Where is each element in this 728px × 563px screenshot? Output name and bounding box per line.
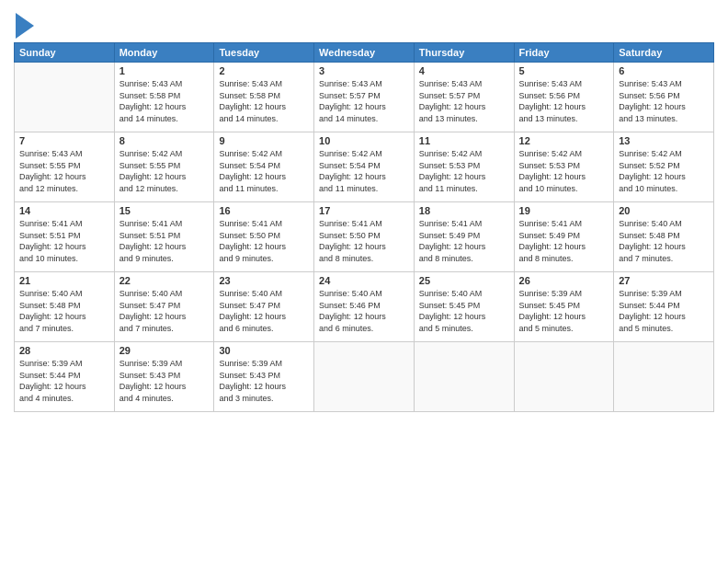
calendar-cell: 17Sunrise: 5:41 AM Sunset: 5:50 PM Dayli…: [314, 202, 415, 272]
calendar-cell: 29Sunrise: 5:39 AM Sunset: 5:43 PM Dayli…: [114, 342, 214, 412]
day-number: 19: [519, 205, 609, 216]
day-info: Sunrise: 5:40 AM Sunset: 5:48 PM Dayligh…: [19, 288, 109, 334]
calendar-cell: 12Sunrise: 5:42 AM Sunset: 5:53 PM Dayli…: [514, 132, 614, 202]
day-number: 28: [19, 345, 109, 356]
calendar-cell: 3Sunrise: 5:43 AM Sunset: 5:57 PM Daylig…: [314, 63, 415, 132]
day-number: 24: [319, 275, 409, 286]
day-number: 3: [319, 65, 409, 76]
calendar-cell: 16Sunrise: 5:41 AM Sunset: 5:50 PM Dayli…: [214, 202, 314, 272]
calendar-cell: [614, 342, 714, 412]
week-row-2: 7Sunrise: 5:43 AM Sunset: 5:55 PM Daylig…: [15, 132, 714, 202]
day-info: Sunrise: 5:39 AM Sunset: 5:44 PM Dayligh…: [19, 358, 109, 404]
calendar-cell: 7Sunrise: 5:43 AM Sunset: 5:55 PM Daylig…: [15, 132, 115, 202]
day-info: Sunrise: 5:43 AM Sunset: 5:55 PM Dayligh…: [19, 148, 109, 194]
calendar-cell: [314, 342, 415, 412]
day-number: 29: [119, 345, 210, 356]
calendar-table: SundayMondayTuesdayWednesdayThursdayFrid…: [14, 42, 714, 412]
day-number: 14: [19, 205, 109, 216]
day-number: 4: [419, 65, 509, 76]
day-info: Sunrise: 5:43 AM Sunset: 5:57 PM Dayligh…: [319, 78, 409, 124]
day-info: Sunrise: 5:43 AM Sunset: 5:57 PM Dayligh…: [419, 78, 509, 124]
day-info: Sunrise: 5:42 AM Sunset: 5:54 PM Dayligh…: [219, 148, 309, 194]
day-number: 30: [219, 345, 309, 356]
calendar-cell: 14Sunrise: 5:41 AM Sunset: 5:51 PM Dayli…: [15, 202, 115, 272]
logo: [14, 13, 34, 39]
calendar-cell: 22Sunrise: 5:40 AM Sunset: 5:47 PM Dayli…: [114, 272, 214, 342]
day-info: Sunrise: 5:41 AM Sunset: 5:51 PM Dayligh…: [19, 218, 109, 264]
day-number: 8: [119, 135, 210, 146]
day-info: Sunrise: 5:40 AM Sunset: 5:46 PM Dayligh…: [319, 288, 409, 334]
day-info: Sunrise: 5:43 AM Sunset: 5:56 PM Dayligh…: [619, 78, 709, 124]
day-info: Sunrise: 5:39 AM Sunset: 5:45 PM Dayligh…: [519, 288, 609, 334]
column-header-friday: Friday: [514, 43, 614, 63]
day-number: 21: [19, 275, 109, 286]
day-info: Sunrise: 5:41 AM Sunset: 5:49 PM Dayligh…: [419, 218, 509, 264]
calendar-cell: 26Sunrise: 5:39 AM Sunset: 5:45 PM Dayli…: [514, 272, 614, 342]
day-number: 23: [219, 275, 309, 286]
day-number: 9: [219, 135, 309, 146]
calendar-cell: 2Sunrise: 5:43 AM Sunset: 5:58 PM Daylig…: [214, 63, 314, 132]
day-info: Sunrise: 5:43 AM Sunset: 5:58 PM Dayligh…: [119, 78, 210, 124]
calendar-cell: [15, 63, 115, 132]
day-info: Sunrise: 5:41 AM Sunset: 5:51 PM Dayligh…: [119, 218, 210, 264]
day-info: Sunrise: 5:40 AM Sunset: 5:47 PM Dayligh…: [219, 288, 309, 334]
day-number: 26: [519, 275, 609, 286]
calendar-cell: 6Sunrise: 5:43 AM Sunset: 5:56 PM Daylig…: [614, 63, 714, 132]
calendar-header-row: SundayMondayTuesdayWednesdayThursdayFrid…: [15, 43, 714, 63]
day-number: 25: [419, 275, 509, 286]
column-header-monday: Monday: [114, 43, 214, 63]
logo-icon: [16, 13, 34, 39]
week-row-5: 28Sunrise: 5:39 AM Sunset: 5:44 PM Dayli…: [15, 342, 714, 412]
week-row-4: 21Sunrise: 5:40 AM Sunset: 5:48 PM Dayli…: [15, 272, 714, 342]
calendar-cell: 19Sunrise: 5:41 AM Sunset: 5:49 PM Dayli…: [514, 202, 614, 272]
day-info: Sunrise: 5:43 AM Sunset: 5:56 PM Dayligh…: [519, 78, 609, 124]
day-number: 27: [619, 275, 709, 286]
day-number: 15: [119, 205, 210, 216]
calendar-cell: 27Sunrise: 5:39 AM Sunset: 5:44 PM Dayli…: [614, 272, 714, 342]
calendar-cell: 9Sunrise: 5:42 AM Sunset: 5:54 PM Daylig…: [214, 132, 314, 202]
day-number: 20: [619, 205, 709, 216]
day-number: 10: [319, 135, 409, 146]
day-number: 7: [19, 135, 109, 146]
calendar-cell: 8Sunrise: 5:42 AM Sunset: 5:55 PM Daylig…: [114, 132, 214, 202]
day-info: Sunrise: 5:43 AM Sunset: 5:58 PM Dayligh…: [219, 78, 309, 124]
day-info: Sunrise: 5:39 AM Sunset: 5:43 PM Dayligh…: [219, 358, 309, 404]
day-info: Sunrise: 5:41 AM Sunset: 5:50 PM Dayligh…: [319, 218, 409, 264]
calendar-cell: 11Sunrise: 5:42 AM Sunset: 5:53 PM Dayli…: [414, 132, 514, 202]
day-info: Sunrise: 5:39 AM Sunset: 5:44 PM Dayligh…: [619, 288, 709, 334]
calendar-cell: 23Sunrise: 5:40 AM Sunset: 5:47 PM Dayli…: [214, 272, 314, 342]
calendar-cell: 10Sunrise: 5:42 AM Sunset: 5:54 PM Dayli…: [314, 132, 415, 202]
week-row-3: 14Sunrise: 5:41 AM Sunset: 5:51 PM Dayli…: [15, 202, 714, 272]
column-header-tuesday: Tuesday: [214, 43, 314, 63]
day-info: Sunrise: 5:42 AM Sunset: 5:53 PM Dayligh…: [419, 148, 509, 194]
calendar-cell: 15Sunrise: 5:41 AM Sunset: 5:51 PM Dayli…: [114, 202, 214, 272]
calendar-cell: 25Sunrise: 5:40 AM Sunset: 5:45 PM Dayli…: [414, 272, 514, 342]
calendar-cell: 4Sunrise: 5:43 AM Sunset: 5:57 PM Daylig…: [414, 63, 514, 132]
day-info: Sunrise: 5:40 AM Sunset: 5:48 PM Dayligh…: [619, 218, 709, 264]
calendar-cell: 1Sunrise: 5:43 AM Sunset: 5:58 PM Daylig…: [114, 63, 214, 132]
column-header-thursday: Thursday: [414, 43, 514, 63]
day-number: 17: [319, 205, 409, 216]
day-number: 11: [419, 135, 509, 146]
calendar-cell: 20Sunrise: 5:40 AM Sunset: 5:48 PM Dayli…: [614, 202, 714, 272]
day-info: Sunrise: 5:42 AM Sunset: 5:53 PM Dayligh…: [519, 148, 609, 194]
day-info: Sunrise: 5:40 AM Sunset: 5:47 PM Dayligh…: [119, 288, 210, 334]
calendar-cell: [514, 342, 614, 412]
calendar-cell: 24Sunrise: 5:40 AM Sunset: 5:46 PM Dayli…: [314, 272, 415, 342]
calendar-cell: 28Sunrise: 5:39 AM Sunset: 5:44 PM Dayli…: [15, 342, 115, 412]
day-info: Sunrise: 5:42 AM Sunset: 5:55 PM Dayligh…: [119, 148, 210, 194]
column-header-saturday: Saturday: [614, 43, 714, 63]
day-info: Sunrise: 5:39 AM Sunset: 5:43 PM Dayligh…: [119, 358, 210, 404]
day-info: Sunrise: 5:41 AM Sunset: 5:49 PM Dayligh…: [519, 218, 609, 264]
day-number: 5: [519, 65, 609, 76]
calendar-cell: [414, 342, 514, 412]
calendar-cell: 30Sunrise: 5:39 AM Sunset: 5:43 PM Dayli…: [214, 342, 314, 412]
day-info: Sunrise: 5:42 AM Sunset: 5:54 PM Dayligh…: [319, 148, 409, 194]
day-number: 16: [219, 205, 309, 216]
day-info: Sunrise: 5:41 AM Sunset: 5:50 PM Dayligh…: [219, 218, 309, 264]
svg-marker-0: [16, 13, 34, 39]
day-number: 22: [119, 275, 210, 286]
week-row-1: 1Sunrise: 5:43 AM Sunset: 5:58 PM Daylig…: [15, 63, 714, 132]
day-number: 6: [619, 65, 709, 76]
day-number: 2: [219, 65, 309, 76]
